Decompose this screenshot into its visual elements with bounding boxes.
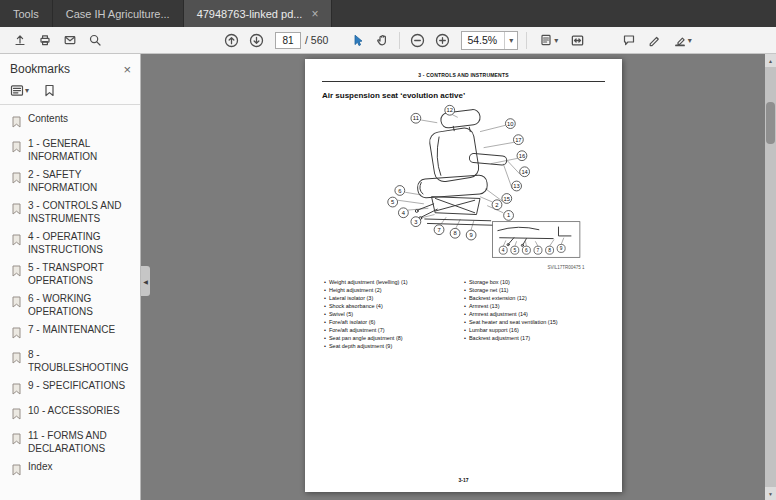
toolbar: / 560 54.5% ▾ ▾: [0, 27, 776, 54]
svg-text:9: 9: [559, 246, 562, 251]
new-bookmark-button[interactable]: [44, 84, 55, 97]
bookmarks-panel: Bookmarks × ▾ Contents 1 - GENERAL INFOR…: [0, 54, 141, 500]
svg-text:11: 11: [412, 115, 418, 121]
scroll-up-button[interactable]: ▲: [765, 54, 776, 67]
bookmark-item-index[interactable]: Index: [0, 458, 140, 483]
collapse-sidebar-button[interactable]: ◀: [141, 266, 150, 296]
share-button[interactable]: [7, 29, 32, 52]
zoom-level-dropdown[interactable]: 54.5% ▾: [461, 31, 518, 50]
list-item: Height adjustment (2): [322, 286, 462, 294]
bookmark-item-troubleshooting[interactable]: 8 - TROUBLESHOOTING: [0, 346, 140, 377]
bookmarks-title: Bookmarks: [10, 62, 123, 76]
list-item: Fore/aft adjustment (7): [322, 326, 462, 334]
tab-label: Tools: [13, 8, 39, 20]
zoom-in-button[interactable]: [430, 29, 455, 52]
chevron-down-icon: ▾: [688, 36, 692, 45]
tab-label: 47948763-linked pd...: [197, 8, 303, 20]
next-page-button[interactable]: [244, 29, 269, 52]
email-icon: [63, 33, 77, 47]
svg-text:6: 6: [398, 188, 401, 194]
svg-text:7: 7: [536, 248, 539, 253]
list-item: Seat pan angle adjustment (8): [322, 334, 462, 342]
list-item: Storage box (10): [462, 278, 605, 286]
page-number-input[interactable]: [275, 32, 301, 49]
bookmark-item-working-operations[interactable]: 6 - WORKING OPERATIONS: [0, 290, 140, 321]
new-bookmark-icon: [44, 84, 55, 97]
bookmark-icon: [11, 462, 22, 480]
bookmarks-toolbar: ▾: [0, 79, 140, 105]
svg-text:4: 4: [501, 248, 504, 253]
scrollbar-thumb[interactable]: [766, 102, 775, 144]
svg-text:2: 2: [495, 202, 498, 208]
bookmark-icon: [11, 294, 22, 312]
bookmark-item-contents[interactable]: Contents: [0, 110, 140, 135]
svg-text:17: 17: [515, 137, 521, 143]
svg-text:13: 13: [513, 183, 519, 189]
bookmark-item-operating-instructions[interactable]: 4 - OPERATING INSTRUCTIONS: [0, 228, 140, 259]
bookmark-item-forms-declarations[interactable]: 11 - FORMS AND DECLARATIONS: [0, 427, 140, 458]
legend-column-right: Storage box (10) Storage net (11) Backre…: [462, 278, 605, 350]
chevron-down-icon[interactable]: ▾: [504, 32, 517, 49]
options-icon: [10, 84, 24, 97]
collapse-left-icon: ◀: [143, 278, 148, 285]
list-item: Seat depth adjustment (9): [322, 342, 462, 350]
scroll-down-icon: ▼: [768, 491, 773, 497]
highlighter-icon: [673, 33, 687, 47]
comment-button[interactable]: [616, 29, 641, 52]
list-item: Swivel (5): [322, 310, 462, 318]
pdf-page: 3 - CONTROLS AND INSTRUMENTS Air suspens…: [305, 59, 622, 492]
tab-document-2[interactable]: 47948763-linked pd... ×: [184, 0, 333, 27]
close-panel-icon[interactable]: ×: [123, 63, 131, 76]
highlight-button[interactable]: ▾: [666, 29, 698, 52]
zoom-in-icon: [435, 33, 450, 48]
bookmark-icon: [11, 263, 22, 281]
select-tool-button[interactable]: [344, 29, 369, 52]
bookmark-item-maintenance[interactable]: 7 - MAINTENANCE: [0, 321, 140, 346]
bookmark-item-safety-information[interactable]: 2 - SAFETY INFORMATION: [0, 166, 140, 197]
svg-text:8: 8: [548, 248, 551, 253]
bookmark-item-accessories[interactable]: 10 - ACCESSORIES: [0, 402, 140, 427]
fill-sign-button[interactable]: [641, 29, 666, 52]
email-button[interactable]: [57, 29, 82, 52]
bookmark-options-button[interactable]: ▾: [10, 84, 29, 97]
list-item: Seat heater and seat ventilation (15): [462, 318, 605, 326]
chevron-down-icon: ▾: [25, 86, 29, 95]
list-item: Shock absorbance (4): [322, 302, 462, 310]
search-button[interactable]: [82, 29, 107, 52]
bookmark-item-specifications[interactable]: 9 - SPECIFICATIONS: [0, 377, 140, 402]
bookmark-icon: [11, 325, 22, 343]
hand-tool-button[interactable]: [369, 29, 394, 52]
scroll-down-button[interactable]: ▼: [765, 487, 776, 500]
fit-width-button[interactable]: [565, 29, 590, 52]
list-item: Lateral isolator (3): [322, 294, 462, 302]
bookmark-item-transport-operations[interactable]: 5 - TRANSPORT OPERATIONS: [0, 259, 140, 290]
svg-text:3: 3: [414, 219, 417, 225]
zoom-out-icon: [410, 33, 425, 48]
legend-column-left: Weight adjustment (levelling) (1) Height…: [322, 278, 462, 350]
seat-figure: 1 2 3 4 5 6 7 8 9 10 11 12 13: [339, 104, 589, 260]
zoom-out-button[interactable]: [405, 29, 430, 52]
bookmark-item-general-information[interactable]: 1 - GENERAL INFORMATION: [0, 135, 140, 166]
tab-document-1[interactable]: Case IH Agriculture...: [53, 0, 184, 27]
bookmark-item-controls-instruments[interactable]: 3 - CONTROLS AND INSTRUMENTS: [0, 197, 140, 228]
header-rule: [322, 81, 605, 82]
svg-text:1: 1: [506, 212, 509, 218]
close-tab-icon[interactable]: ×: [311, 8, 318, 20]
page-number-footer: 3-17: [305, 477, 622, 483]
pdf-viewer-window: Tools Case IH Agriculture... 47948763-li…: [0, 0, 776, 500]
previous-page-button[interactable]: [219, 29, 244, 52]
tab-tools[interactable]: Tools: [0, 0, 53, 27]
page-count-label: / 560: [305, 34, 328, 46]
bookmark-icon: [11, 381, 22, 399]
toolbar-divider: [399, 32, 400, 49]
page-display-dropdown[interactable]: ▾: [532, 29, 565, 52]
svg-text:15: 15: [503, 196, 509, 202]
cursor-icon: [350, 33, 364, 47]
svg-text:7: 7: [437, 227, 440, 233]
vertical-scrollbar[interactable]: ▲ ▼: [765, 54, 776, 500]
bookmark-icon: [11, 350, 22, 368]
svg-text:16: 16: [518, 153, 524, 159]
bookmark-icon: [11, 431, 22, 449]
print-button[interactable]: [32, 29, 57, 52]
list-item: Armrest adjustment (14): [462, 310, 605, 318]
